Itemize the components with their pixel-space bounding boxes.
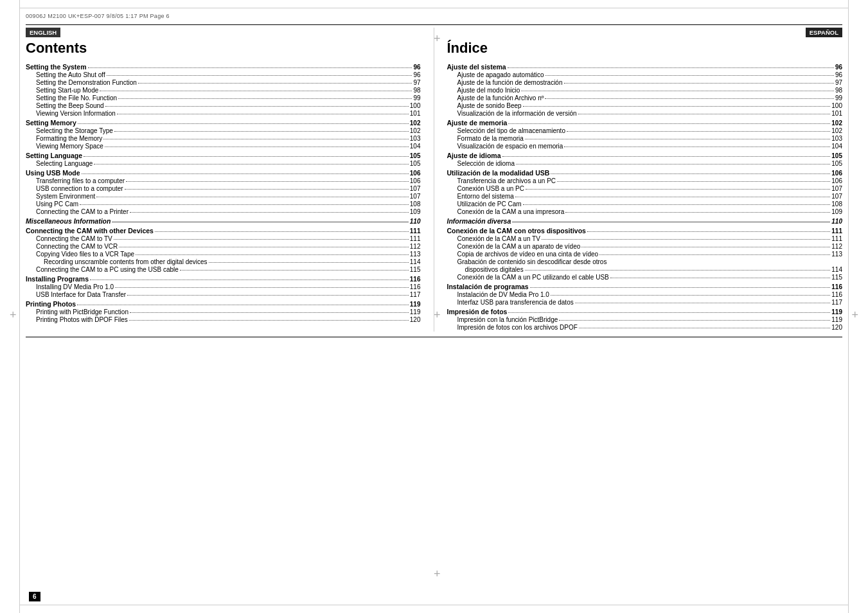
margin-line-bottom (19, 605, 849, 605)
toc-row: Transferencia de archivos a un PC106 (447, 177, 843, 184)
margin-line-left (19, 0, 20, 613)
toc-row: Connecting the CAM with other Devices111 (26, 227, 421, 235)
toc-label: Grabación de contenido sin descodificar … (447, 258, 607, 265)
header-meta: 00906J M2100 UK+ESP-007 9/8/05 1:17 PM P… (26, 13, 842, 19)
toc-label: Printing Photos with DPOF Files (26, 316, 128, 323)
page-number: 6 (29, 592, 40, 601)
toc-page: 96 (835, 71, 842, 78)
toc-filler (564, 83, 834, 84)
toc-filler (551, 173, 830, 174)
toc-label: Visualización de espacio en memoria (447, 143, 563, 150)
toc-filler (130, 212, 409, 213)
toc-page: 106 (831, 170, 842, 177)
bottom-divider (26, 337, 842, 337)
toc-label: Ajuste de memoria (447, 119, 508, 127)
toc-page: 102 (410, 120, 421, 127)
toc-filler (80, 204, 409, 205)
toc-row: Ajuste de sonido Beep100 (447, 102, 843, 109)
toc-page: 106 (410, 177, 421, 184)
toc-filler (180, 270, 409, 271)
spanish-toc: Ajuste del sistema96Ajuste de apagado au… (447, 63, 843, 331)
toc-filler (105, 147, 409, 147)
toc-row: Impresión de fotos con los archivos DPOF… (447, 324, 843, 331)
toc-page: 114 (410, 258, 421, 265)
toc-label: Conexión de la CAM con otros dispositivo… (447, 227, 586, 235)
toc-row: Formato de la memoria103 (447, 135, 843, 142)
toc-row: Selección del tipo de almacenamiento102 (447, 127, 843, 134)
toc-row: Conexión de la CAM a un TV111 (447, 235, 843, 242)
toc-label: Miscellaneous Information (26, 217, 111, 225)
toc-label: Setting the System (26, 63, 87, 71)
toc-filler (117, 114, 409, 114)
toc-filler (100, 91, 412, 91)
toc-filler (78, 123, 409, 124)
toc-page: 111 (410, 227, 421, 235)
toc-page: 110 (410, 218, 421, 225)
toc-label: Using USB Mode (26, 169, 80, 177)
toc-filler (523, 204, 831, 205)
toc-label: Selecting the Storage Type (26, 127, 113, 134)
toc-page: 119 (410, 308, 421, 315)
toc-filler (542, 239, 830, 240)
toc-row: Interfaz USB para transferencia de datos… (447, 299, 843, 306)
toc-page: 113 (410, 251, 421, 258)
toc-page: 96 (413, 64, 420, 71)
toc-filler (579, 328, 831, 328)
toc-label: Conexión USB a un PC (447, 185, 525, 192)
toc-page: 106 (831, 177, 842, 184)
toc-page: 102 (410, 127, 421, 134)
toc-page: 107 (831, 185, 842, 192)
toc-filler (516, 164, 830, 164)
toc-page: 109 (831, 208, 842, 215)
toc-filler (508, 123, 830, 124)
toc-page: 120 (410, 316, 421, 323)
toc-row: Selecting Language105 (26, 160, 421, 167)
toc-page: 119 (831, 316, 842, 323)
toc-label: Entorno del sistema (447, 193, 514, 200)
toc-row: Información diversa110 (447, 217, 843, 225)
toc-row: Impresión de fotos119 (447, 308, 843, 315)
toc-filler (567, 131, 830, 132)
toc-row: Impresión con la función PictBridge119 (447, 316, 843, 323)
toc-page: 116 (831, 291, 842, 298)
toc-label: Ajuste de idioma (447, 152, 501, 159)
toc-page: 108 (831, 200, 842, 208)
toc-label: Ajuste de la función de demostración (447, 79, 563, 86)
toc-filler (84, 156, 409, 157)
toc-page: 119 (831, 308, 842, 315)
toc-row: Visualización de la información de versi… (447, 110, 843, 117)
toc-row: System Environment107 (26, 193, 421, 200)
toc-page: 112 (410, 243, 421, 250)
toc-row: Ajuste del sistema96 (447, 63, 843, 71)
toc-label: Using PC Cam (26, 200, 78, 208)
toc-filler (90, 280, 409, 280)
toc-page: 97 (835, 79, 842, 86)
toc-row: Connecting the CAM to VCR112 (26, 243, 421, 250)
toc-label: Selección del tipo de almacenamiento (447, 127, 565, 134)
toc-row: USB connection to a computer107 (26, 185, 421, 192)
toc-page: 112 (831, 243, 842, 250)
toc-filler (508, 67, 834, 68)
toc-page: 101 (410, 110, 421, 117)
toc-filler (119, 247, 409, 247)
toc-filler (564, 147, 830, 147)
toc-label: Transferencia de archivos a un PC (447, 177, 556, 184)
toc-label: Viewing Memory Space (26, 143, 103, 150)
toc-label: Impresión con la función PictBridge (447, 316, 558, 323)
toc-label: Connecting the CAM to a PC using the USB… (26, 266, 179, 273)
toc-row: Utilización de PC Cam108 (447, 200, 843, 208)
toc-label: Utilización de la modalidad USB (447, 169, 550, 177)
page-container: 00906J M2100 UK+ESP-007 9/8/05 1:17 PM P… (0, 0, 868, 613)
english-toc: Setting the System96Setting the Auto Shu… (26, 63, 421, 323)
toc-page: 107 (410, 185, 421, 192)
toc-filler (521, 91, 834, 91)
toc-page: 99 (835, 94, 842, 102)
toc-row: Setting Language105 (26, 152, 421, 159)
toc-page: 101 (831, 110, 842, 117)
toc-row: Setting the System96 (26, 63, 421, 71)
toc-row: Connecting the CAM to a Printer109 (26, 208, 421, 215)
toc-row: Setting the File No. Function99 (26, 94, 421, 102)
toc-label: Información diversa (447, 217, 511, 225)
toc-row: Conexión USB a un PC107 (447, 185, 843, 192)
english-title: Contents (26, 40, 421, 57)
